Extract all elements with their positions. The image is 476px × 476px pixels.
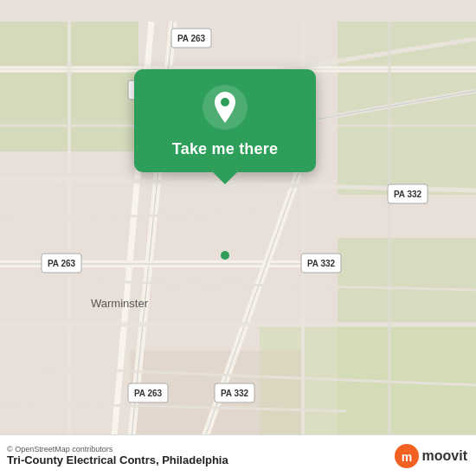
bottom-bar: © OpenStreetMap contributors Tri-County … <box>0 434 476 476</box>
location-icon-wrapper <box>203 85 248 130</box>
map-container: PA 263 PA 263 PA 263 PA 263 PA 332 PA 33… <box>0 0 476 476</box>
moovit-brand-icon: m <box>395 444 419 468</box>
moovit-logo: m moovit <box>395 444 467 468</box>
popup-card: Take me there <box>134 69 316 172</box>
moovit-brand-text: moovit <box>422 448 467 464</box>
svg-text:PA 332: PA 332 <box>307 259 336 268</box>
svg-rect-1 <box>338 22 476 195</box>
svg-text:PA 263: PA 263 <box>177 34 206 43</box>
svg-text:Warminster: Warminster <box>91 297 149 310</box>
osm-attribution: © OpenStreetMap contributors <box>7 445 228 453</box>
svg-text:m: m <box>401 450 411 464</box>
location-pin-icon <box>212 92 238 123</box>
take-me-there-button[interactable]: Take me there <box>172 140 278 158</box>
svg-point-42 <box>221 251 229 260</box>
svg-point-43 <box>221 98 229 106</box>
svg-text:PA 263: PA 263 <box>48 259 76 268</box>
svg-text:PA 332: PA 332 <box>221 389 249 398</box>
bottom-left: © OpenStreetMap contributors Tri-County … <box>7 445 228 466</box>
location-name: Tri-County Electrical Contrs, Philadelph… <box>7 453 228 466</box>
svg-text:PA 332: PA 332 <box>394 190 422 199</box>
svg-text:PA 263: PA 263 <box>134 389 163 398</box>
svg-line-23 <box>0 212 260 221</box>
